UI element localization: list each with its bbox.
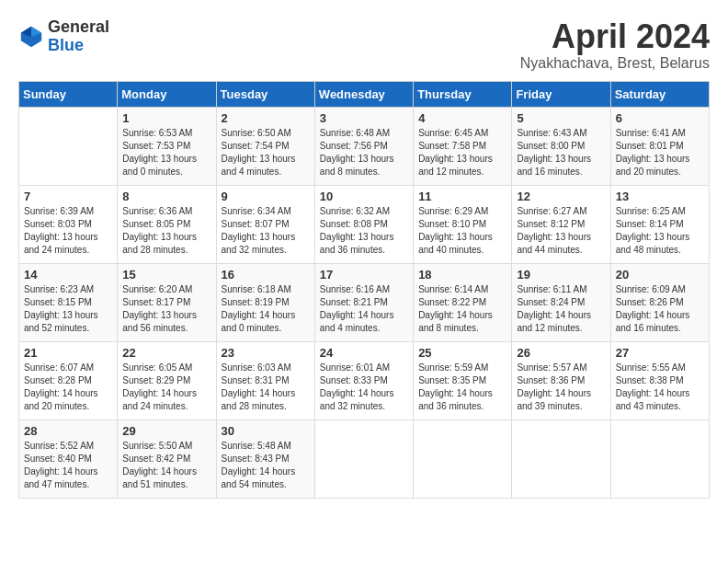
calendar-week-3: 14Sunrise: 6:23 AMSunset: 8:15 PMDayligh… [19,263,710,341]
day-number: 7 [24,190,112,203]
calendar-cell: 2Sunrise: 6:50 AMSunset: 7:54 PMDaylight… [216,107,314,185]
day-number: 17 [320,268,408,282]
calendar-week-1: 1Sunrise: 6:53 AMSunset: 7:53 PMDaylight… [19,107,710,185]
day-info: Sunrise: 5:59 AMSunset: 8:35 PMDaylight:… [418,362,506,413]
day-number: 23 [222,346,310,360]
day-number: 13 [616,190,704,203]
day-number: 11 [418,190,506,203]
day-header-wednesday: Wednesday [314,81,413,107]
calendar-header-row: SundayMondayTuesdayWednesdayThursdayFrid… [19,81,710,107]
day-number: 4 [418,111,506,125]
day-info: Sunrise: 6:18 AMSunset: 8:19 PMDaylight:… [222,283,310,335]
title-block: April 2024 Nyakhachava, Brest, Belarus [520,18,710,72]
day-number: 3 [320,111,408,125]
day-number: 22 [122,346,210,360]
calendar-cell [19,107,118,185]
day-number: 29 [122,424,210,438]
calendar-cell: 27Sunrise: 5:55 AMSunset: 8:38 PMDayligh… [610,341,709,419]
day-number: 5 [517,111,605,125]
calendar-cell: 16Sunrise: 6:18 AMSunset: 8:19 PMDayligh… [216,263,314,341]
calendar-cell: 25Sunrise: 5:59 AMSunset: 8:35 PMDayligh… [414,341,512,419]
day-info: Sunrise: 6:07 AMSunset: 8:28 PMDaylight:… [24,362,112,413]
day-number: 9 [222,190,310,203]
calendar-cell: 26Sunrise: 5:57 AMSunset: 8:36 PMDayligh… [512,341,610,419]
day-info: Sunrise: 6:23 AMSunset: 8:15 PMDaylight:… [24,283,112,335]
day-number: 16 [222,268,310,282]
day-info: Sunrise: 6:20 AMSunset: 8:17 PMDaylight:… [122,283,210,335]
calendar-cell: 10Sunrise: 6:32 AMSunset: 8:08 PMDayligh… [314,185,413,263]
calendar-cell: 28Sunrise: 5:52 AMSunset: 8:40 PMDayligh… [19,419,118,498]
day-info: Sunrise: 6:01 AMSunset: 8:33 PMDaylight:… [320,362,408,413]
day-number: 25 [418,346,506,360]
day-header-saturday: Saturday [610,81,709,107]
day-info: Sunrise: 6:48 AMSunset: 7:56 PMDaylight:… [320,127,408,178]
day-number: 30 [222,424,310,438]
calendar-cell: 3Sunrise: 6:48 AMSunset: 7:56 PMDaylight… [314,107,413,185]
day-number: 19 [517,268,605,282]
day-number: 27 [616,346,704,360]
day-number: 21 [24,346,112,360]
day-info: Sunrise: 6:45 AMSunset: 7:58 PMDaylight:… [418,127,506,178]
day-info: Sunrise: 6:14 AMSunset: 8:22 PMDaylight:… [418,283,506,335]
calendar-cell: 14Sunrise: 6:23 AMSunset: 8:15 PMDayligh… [19,263,118,341]
day-info: Sunrise: 6:32 AMSunset: 8:08 PMDaylight:… [320,205,408,257]
day-info: Sunrise: 6:53 AMSunset: 7:53 PMDaylight:… [122,127,210,178]
day-info: Sunrise: 6:43 AMSunset: 8:00 PMDaylight:… [517,127,605,178]
day-info: Sunrise: 6:05 AMSunset: 8:29 PMDaylight:… [122,362,210,413]
day-header-friday: Friday [512,81,610,107]
calendar-cell: 29Sunrise: 5:50 AMSunset: 8:42 PMDayligh… [118,419,216,498]
calendar-cell: 9Sunrise: 6:34 AMSunset: 8:07 PMDaylight… [216,185,314,263]
day-header-thursday: Thursday [414,81,512,107]
calendar-cell: 13Sunrise: 6:25 AMSunset: 8:14 PMDayligh… [610,185,709,263]
calendar-table: SundayMondayTuesdayWednesdayThursdayFrid… [18,81,710,499]
day-number: 24 [320,346,408,360]
day-info: Sunrise: 6:03 AMSunset: 8:31 PMDaylight:… [222,362,310,413]
day-number: 8 [122,190,210,203]
calendar-week-4: 21Sunrise: 6:07 AMSunset: 8:28 PMDayligh… [19,341,710,419]
day-info: Sunrise: 5:48 AMSunset: 8:43 PMDaylight:… [222,440,310,491]
day-info: Sunrise: 6:29 AMSunset: 8:10 PMDaylight:… [418,205,506,257]
calendar-cell: 30Sunrise: 5:48 AMSunset: 8:43 PMDayligh… [216,419,314,498]
page-title: April 2024 [520,18,710,55]
day-info: Sunrise: 6:11 AMSunset: 8:24 PMDaylight:… [517,283,605,335]
day-info: Sunrise: 6:36 AMSunset: 8:05 PMDaylight:… [122,205,210,257]
calendar-cell: 11Sunrise: 6:29 AMSunset: 8:10 PMDayligh… [414,185,512,263]
day-header-sunday: Sunday [19,81,118,107]
calendar-cell [414,419,512,498]
calendar-week-2: 7Sunrise: 6:39 AMSunset: 8:03 PMDaylight… [19,185,710,263]
calendar-cell: 20Sunrise: 6:09 AMSunset: 8:26 PMDayligh… [610,263,709,341]
calendar-cell: 7Sunrise: 6:39 AMSunset: 8:03 PMDaylight… [19,185,118,263]
day-number: 18 [418,268,506,282]
page-subtitle: Nyakhachava, Brest, Belarus [520,55,710,72]
day-number: 2 [222,111,310,125]
day-info: Sunrise: 6:16 AMSunset: 8:21 PMDaylight:… [320,283,408,335]
day-info: Sunrise: 6:27 AMSunset: 8:12 PMDaylight:… [517,205,605,257]
calendar-cell: 12Sunrise: 6:27 AMSunset: 8:12 PMDayligh… [512,185,610,263]
day-number: 6 [616,111,704,125]
calendar-cell: 17Sunrise: 6:16 AMSunset: 8:21 PMDayligh… [314,263,413,341]
day-number: 20 [616,268,704,282]
calendar-cell: 15Sunrise: 6:20 AMSunset: 8:17 PMDayligh… [118,263,216,341]
day-info: Sunrise: 6:41 AMSunset: 8:01 PMDaylight:… [616,127,704,178]
calendar-cell: 23Sunrise: 6:03 AMSunset: 8:31 PMDayligh… [216,341,314,419]
day-number: 28 [24,424,112,438]
day-info: Sunrise: 6:09 AMSunset: 8:26 PMDaylight:… [616,283,704,335]
day-info: Sunrise: 6:34 AMSunset: 8:07 PMDaylight:… [222,205,310,257]
calendar-cell: 4Sunrise: 6:45 AMSunset: 7:58 PMDaylight… [414,107,512,185]
day-info: Sunrise: 5:55 AMSunset: 8:38 PMDaylight:… [616,362,704,413]
calendar-cell: 19Sunrise: 6:11 AMSunset: 8:24 PMDayligh… [512,263,610,341]
calendar-cell: 1Sunrise: 6:53 AMSunset: 7:53 PMDaylight… [118,107,216,185]
calendar-cell [512,419,610,498]
logo-blue-text: Blue [48,36,84,54]
calendar-cell: 8Sunrise: 6:36 AMSunset: 8:05 PMDaylight… [118,185,216,263]
logo: General Blue [18,18,109,55]
day-number: 12 [517,190,605,203]
logo-general-text: General [48,17,109,36]
day-header-tuesday: Tuesday [216,81,314,107]
calendar-week-5: 28Sunrise: 5:52 AMSunset: 8:40 PMDayligh… [19,419,710,498]
page-header: General Blue April 2024 Nyakhachava, Bre… [18,18,710,72]
calendar-cell: 18Sunrise: 6:14 AMSunset: 8:22 PMDayligh… [414,263,512,341]
calendar-cell [610,419,709,498]
day-info: Sunrise: 5:57 AMSunset: 8:36 PMDaylight:… [517,362,605,413]
day-number: 10 [320,190,408,203]
